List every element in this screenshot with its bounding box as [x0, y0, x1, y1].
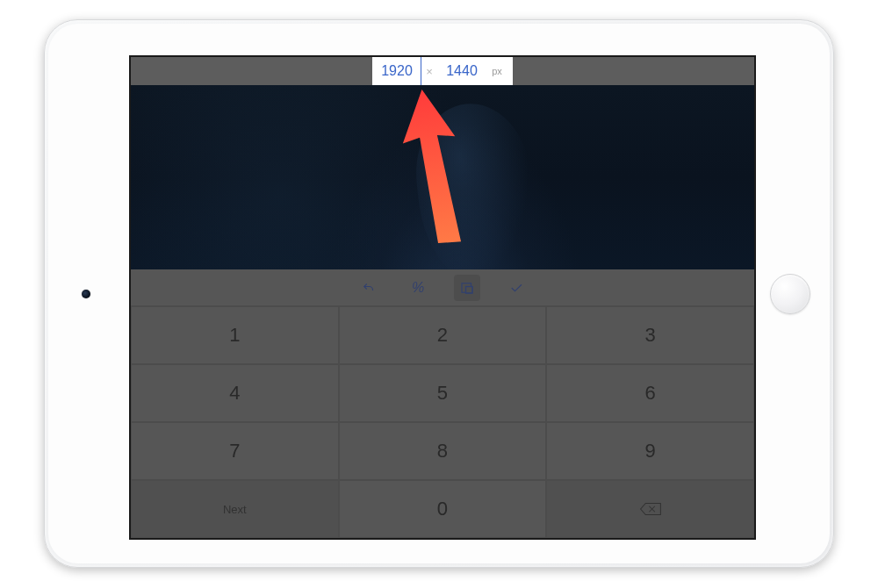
percent-button[interactable]: %	[405, 275, 431, 301]
width-input[interactable]	[372, 57, 421, 85]
height-input[interactable]	[437, 57, 486, 85]
key-6[interactable]: 6	[546, 364, 754, 422]
key-2[interactable]: 2	[339, 306, 547, 364]
key-next[interactable]: Next	[131, 480, 339, 538]
key-0[interactable]: 0	[339, 480, 547, 538]
key-9[interactable]: 9	[546, 422, 754, 480]
ipad-device-frame: × px	[44, 19, 834, 568]
backspace-icon	[639, 501, 662, 517]
screen: × px	[129, 55, 756, 540]
front-camera	[82, 290, 90, 298]
key-7[interactable]: 7	[131, 422, 339, 480]
svg-rect-2	[466, 286, 473, 293]
home-button[interactable]	[770, 274, 810, 314]
key-8[interactable]: 8	[339, 422, 547, 480]
aspect-lock-button[interactable]	[454, 275, 480, 301]
confirm-button[interactable]	[503, 275, 529, 301]
ipad-bezel: × px	[48, 24, 830, 563]
dimension-separator: ×	[421, 65, 437, 78]
image-canvas[interactable]	[131, 85, 754, 269]
key-5[interactable]: 5	[339, 364, 547, 422]
percent-icon: %	[412, 280, 424, 296]
undo-button[interactable]	[356, 275, 382, 301]
key-3[interactable]: 3	[546, 306, 754, 364]
key-backspace[interactable]	[546, 480, 754, 538]
keypad-grid: 1 2 3 4 5 6 7 8 9 Next 0	[131, 306, 754, 538]
key-1[interactable]: 1	[131, 306, 339, 364]
dimensions-bar: × px	[131, 57, 754, 85]
dimension-unit-label: px	[486, 66, 513, 76]
key-4[interactable]: 4	[131, 364, 339, 422]
dimensions-input-group: × px	[372, 57, 513, 85]
numeric-keyboard: % 1 2	[131, 269, 754, 538]
keyboard-toolbar: %	[131, 269, 754, 306]
